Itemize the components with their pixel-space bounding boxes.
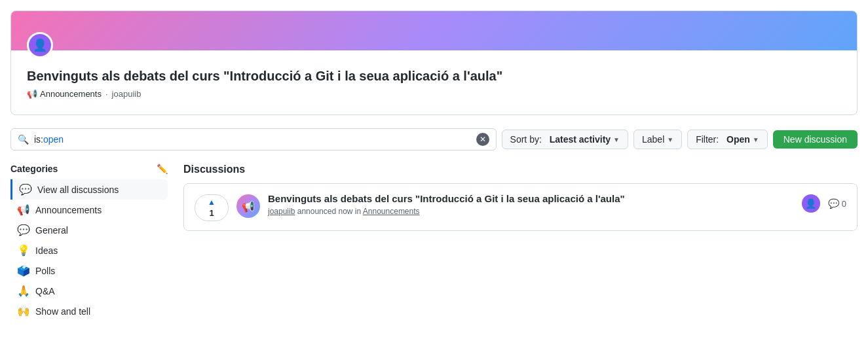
sidebar-item-polls-label: Polls bbox=[35, 266, 55, 276]
discussion-title[interactable]: Benvinguts als debats del curs "Introduc… bbox=[268, 193, 794, 204]
show-and-tell-icon: 🙌 bbox=[17, 305, 30, 317]
sidebar-item-announcements[interactable]: 📢 Announcements bbox=[10, 200, 168, 220]
search-wrapper: 🔍 is:open ✕ bbox=[10, 128, 497, 150]
discussions-header: Discussions bbox=[183, 164, 858, 175]
sidebar-item-view-all-label: View all discussions bbox=[37, 185, 119, 195]
banner-meta: 📢 Announcements · joapuiib bbox=[27, 89, 841, 99]
vote-box[interactable]: ▲ 1 bbox=[195, 194, 229, 221]
announcements-icon: 📢 bbox=[17, 204, 30, 216]
sidebar-item-qa-label: Q&A bbox=[35, 286, 55, 296]
banner-category-label: Announcements bbox=[40, 89, 102, 99]
sort-chevron-icon: ▼ bbox=[613, 136, 620, 143]
category-icon: 📢 bbox=[236, 194, 260, 218]
banner-author: joapuiib bbox=[112, 89, 142, 99]
filter-value: Open bbox=[726, 134, 750, 145]
search-clear-button[interactable]: ✕ bbox=[476, 133, 489, 146]
sidebar-item-show-and-tell[interactable]: 🙌 Show and tell bbox=[10, 301, 168, 321]
banner-content: Benvinguts als debats del curs "Introduc… bbox=[11, 58, 857, 115]
discussion-list: ▲ 1 📢 Benvinguts als debats del curs "In… bbox=[183, 183, 858, 231]
discussion-action: announced bbox=[297, 207, 339, 216]
label-btn-text: Label bbox=[642, 134, 664, 145]
discussion-time: now bbox=[338, 207, 352, 216]
banner-gradient bbox=[11, 11, 857, 50]
ideas-icon: 💡 bbox=[17, 244, 30, 257]
sidebar-title: Categories bbox=[10, 164, 58, 174]
filter-label: Filter: bbox=[696, 134, 719, 145]
view-all-icon: 💬 bbox=[19, 183, 32, 196]
banner-title: Benvinguts als debats del curs "Introduc… bbox=[27, 69, 841, 84]
comment-icon: 💬 bbox=[828, 198, 839, 209]
sidebar-item-general[interactable]: 💬 General bbox=[10, 220, 168, 240]
sidebar: Categories ✏️ 💬 View all discussions 📢 A… bbox=[10, 164, 168, 321]
sort-label: Sort by: bbox=[510, 134, 542, 145]
discussions-panel: Discussions ▲ 1 📢 Benvinguts als debats … bbox=[183, 164, 858, 321]
sidebar-item-qa[interactable]: 🙏 Q&A bbox=[10, 281, 168, 301]
comment-count: 💬 0 bbox=[828, 198, 846, 209]
avatar: 👤 bbox=[802, 194, 820, 213]
filter-chevron-icon: ▼ bbox=[753, 136, 759, 143]
new-discussion-button[interactable]: New discussion bbox=[773, 130, 858, 149]
vote-count: 1 bbox=[209, 208, 214, 218]
featured-discussion-banner: 👤 Benvinguts als debats del curs "Introd… bbox=[10, 10, 858, 115]
banner-category: 📢 Announcements bbox=[27, 89, 102, 99]
discussion-category-link[interactable]: Announcements bbox=[363, 207, 420, 216]
comment-count-value: 0 bbox=[842, 199, 846, 209]
search-keyword: open bbox=[43, 134, 64, 145]
commenter-avatar-emoji: 👤 bbox=[805, 198, 816, 209]
general-icon: 💬 bbox=[17, 224, 30, 236]
discussion-right: 👤 💬 0 bbox=[802, 194, 846, 213]
banner-separator: · bbox=[105, 89, 108, 99]
sidebar-item-ideas[interactable]: 💡 Ideas bbox=[10, 240, 168, 260]
label-dropdown[interactable]: Label ▼ bbox=[633, 130, 682, 149]
search-input-display[interactable]: is:open bbox=[34, 134, 471, 145]
sort-dropdown[interactable]: Sort by: Latest activity ▼ bbox=[502, 130, 628, 149]
sidebar-item-announcements-label: Announcements bbox=[35, 205, 102, 215]
sidebar-header: Categories ✏️ bbox=[10, 164, 168, 174]
banner-category-emoji: 📢 bbox=[27, 89, 37, 99]
qa-icon: 🙏 bbox=[17, 285, 30, 297]
sidebar-item-general-label: General bbox=[35, 225, 68, 236]
label-chevron-icon: ▼ bbox=[667, 136, 673, 143]
filter-dropdown[interactable]: Filter: Open ▼ bbox=[687, 130, 768, 149]
sort-value: Latest activity bbox=[550, 134, 611, 145]
discussion-in: in bbox=[355, 207, 363, 216]
upvote-arrow-icon: ▲ bbox=[208, 198, 216, 207]
discussion-body: Benvinguts als debats del curs "Introduc… bbox=[268, 193, 794, 216]
sidebar-item-show-and-tell-label: Show and tell bbox=[35, 306, 90, 317]
category-emoji: 📢 bbox=[242, 200, 255, 213]
search-icon: 🔍 bbox=[18, 134, 29, 145]
sidebar-item-polls[interactable]: 🗳️ Polls bbox=[10, 260, 168, 281]
sidebar-item-ideas-label: Ideas bbox=[35, 245, 58, 256]
sidebar-edit-icon[interactable]: ✏️ bbox=[157, 164, 168, 174]
main-layout: Categories ✏️ 💬 View all discussions 📢 A… bbox=[10, 164, 858, 321]
discussion-author-link[interactable]: joapuiib bbox=[268, 207, 295, 216]
table-row: ▲ 1 📢 Benvinguts als debats del curs "In… bbox=[184, 184, 857, 230]
toolbar: 🔍 is:open ✕ Sort by: Latest activity ▼ L… bbox=[10, 128, 858, 150]
discussion-meta: joapuiib announced now in Announcements bbox=[268, 207, 794, 216]
sidebar-item-view-all[interactable]: 💬 View all discussions bbox=[10, 179, 168, 200]
banner-avatar: 👤 bbox=[27, 32, 53, 58]
polls-icon: 🗳️ bbox=[17, 264, 30, 277]
